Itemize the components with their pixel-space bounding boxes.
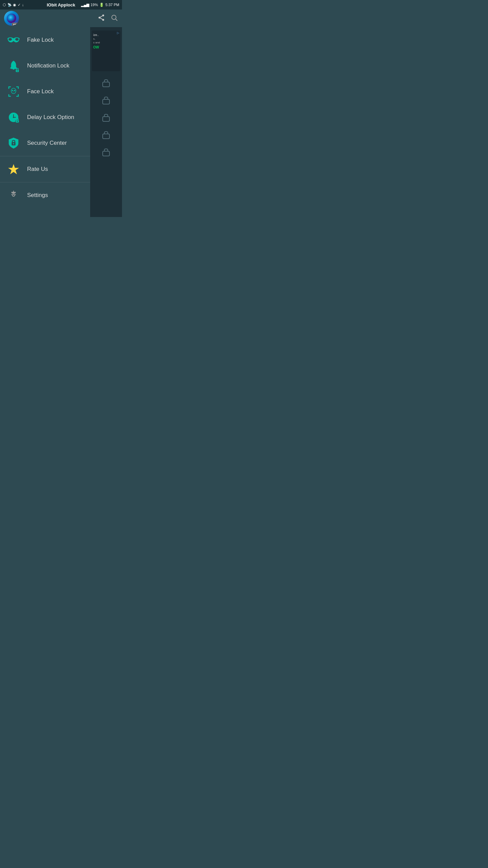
- rate-us-label: Rate Us: [27, 166, 48, 173]
- delay-lock-label: Delay Lock Option: [27, 114, 74, 121]
- svg-rect-35: [103, 134, 109, 139]
- sidebar-item-feedback[interactable]: Feedback: [0, 208, 90, 217]
- ad-title-3: s and: [93, 41, 119, 44]
- sidebar-item-notification-lock[interactable]: Notification Lock: [0, 53, 90, 79]
- cast-icon: 📡: [7, 3, 12, 7]
- lock-row-3: [90, 109, 122, 126]
- check-icon: ✓: [18, 3, 21, 7]
- sidebar-item-settings[interactable]: Settings: [0, 182, 90, 208]
- drawer-menu: Fake Lock Notification L: [0, 27, 90, 217]
- notification-lock-label: Notification Lock: [27, 62, 69, 69]
- mask-icon: [7, 33, 20, 47]
- svg-rect-34: [103, 117, 109, 121]
- status-bar-right: ▂▄▆ 19% 🔋 5:37 PM: [81, 3, 119, 7]
- gear-icon: [7, 189, 20, 202]
- app-logo[interactable]: PRO: [4, 11, 19, 26]
- pro-badge: PRO: [12, 23, 19, 26]
- svg-point-3: [102, 19, 104, 20]
- svg-point-16: [14, 90, 15, 91]
- svg-point-20: [13, 117, 14, 118]
- face-scan-icon: [7, 85, 20, 98]
- settings-label: Settings: [27, 192, 48, 199]
- svg-line-5: [100, 16, 102, 17]
- svg-line-7: [116, 19, 117, 21]
- toolbar-right: [98, 14, 118, 23]
- battery-level: 19%: [90, 3, 98, 7]
- lock-row-4: [90, 126, 122, 143]
- security-center-label: Security Center: [27, 140, 67, 146]
- status-bar: ⬡ 📡 ◉ ✓ ↓ IObit Applock ▂▄▆ 19% 🔋 5:37 P…: [0, 0, 122, 9]
- svg-point-24: [13, 143, 14, 144]
- sidebar-item-rate-us[interactable]: Rate Us: [0, 156, 90, 182]
- clock-lock-icon: [7, 111, 20, 124]
- svg-marker-25: [8, 164, 19, 174]
- ad-cta[interactable]: OW: [93, 45, 119, 49]
- svg-point-6: [112, 15, 116, 19]
- toolbar: PRO: [0, 9, 122, 27]
- lock-row-5: [90, 144, 122, 160]
- svg-point-13: [17, 71, 18, 72]
- ad-title-2: s,: [93, 37, 119, 40]
- signal-bars: ▂▄▆: [81, 3, 89, 7]
- face-lock-label: Face Lock: [27, 88, 54, 95]
- usb-icon: ⬡: [3, 3, 6, 7]
- mail-icon: [7, 214, 20, 217]
- svg-point-8: [8, 38, 12, 41]
- search-icon[interactable]: [110, 14, 118, 23]
- sidebar-item-security-center[interactable]: Security Center: [0, 130, 90, 156]
- svg-point-2: [99, 17, 101, 19]
- star-icon: [7, 162, 20, 176]
- fake-lock-label: Fake Lock: [27, 37, 54, 43]
- main-container: Fake Lock Notification L: [0, 27, 122, 217]
- ad-label: ▷: [116, 31, 120, 35]
- toolbar-left: PRO: [4, 11, 19, 26]
- svg-rect-33: [103, 99, 109, 104]
- sidebar-item-face-lock[interactable]: Face Lock: [0, 79, 90, 104]
- svg-point-14: [11, 88, 16, 94]
- status-bar-left: ⬡ 📡 ◉ ✓ ↓: [3, 3, 24, 7]
- svg-rect-32: [103, 82, 109, 87]
- svg-point-22: [17, 121, 18, 122]
- lock-row-1: [90, 75, 122, 91]
- shield-lock-icon: [7, 136, 20, 150]
- svg-point-1: [102, 14, 104, 16]
- content-area: ▷ ize.. s, s and OW: [90, 27, 122, 217]
- time-display: 5:37 PM: [105, 3, 119, 7]
- svg-point-15: [12, 90, 13, 91]
- share-icon[interactable]: [98, 14, 105, 23]
- svg-rect-36: [103, 151, 109, 156]
- ad-banner[interactable]: ▷ ize.. s, s and OW: [92, 31, 120, 71]
- svg-line-4: [100, 18, 102, 19]
- app-title: IObit Applock: [47, 2, 75, 7]
- svg-point-0: [7, 14, 16, 23]
- sidebar-item-delay-lock[interactable]: Delay Lock Option: [0, 104, 90, 130]
- svg-point-9: [15, 38, 19, 41]
- wifi-icon: ◉: [13, 3, 16, 7]
- battery-icon: 🔋: [99, 3, 104, 7]
- sidebar-item-fake-lock[interactable]: Fake Lock: [0, 27, 90, 53]
- lock-row-2: [90, 92, 122, 108]
- ad-title-1: ize..: [93, 33, 119, 37]
- bell-lock-icon: [7, 59, 20, 73]
- download-icon: ↓: [22, 3, 24, 7]
